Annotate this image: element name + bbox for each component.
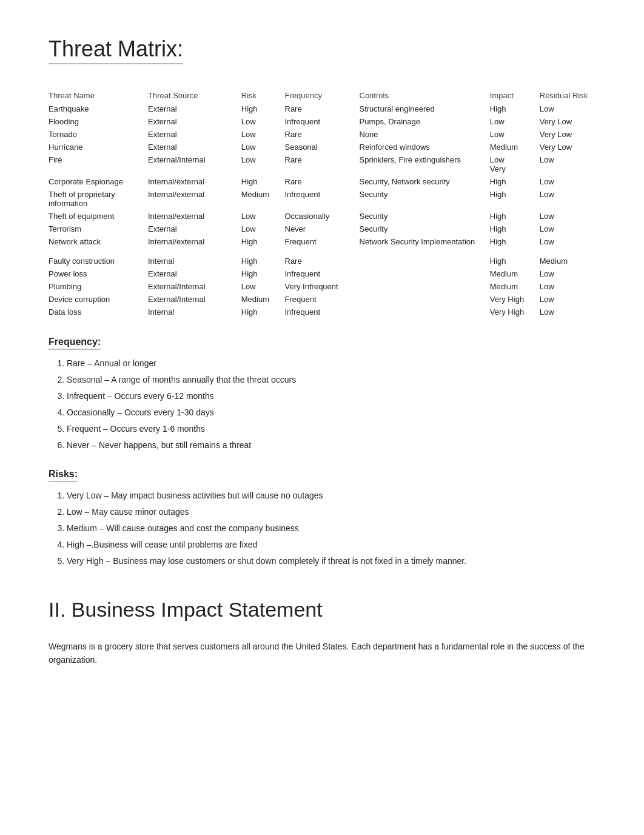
table-cell: Occasionally [285,210,360,223]
table-cell: High [241,102,285,115]
table-row: Theft of proprietary informationInternal… [49,188,595,210]
table-cell: High [241,267,285,280]
col-header-name: Threat Name [49,89,148,102]
table-cell: Power loss [49,267,148,280]
col-header-controls: Controls [360,89,490,102]
table-cell: Rare [285,175,360,188]
table-cell: Medium [490,280,540,293]
table-cell: Medium [490,141,540,153]
table-cell: Internal/external [148,188,241,210]
table-cell: Infrequent [285,267,360,280]
table-cell: Terrorism [49,223,148,235]
frequency-item: Occasionally – Occurs every 1-30 days [67,406,595,419]
col-header-residual: Residual Risk [540,89,595,102]
table-cell: Low [241,153,285,175]
threat-matrix-table: Threat Name Threat Source Risk Frequency… [49,89,595,318]
table-cell: External/Internal [148,280,241,293]
table-row: TerrorismExternalLowNeverSecurityHighLow [49,223,595,235]
table-cell: Rare [285,255,360,267]
table-cell: High [490,235,540,248]
section2-heading: II. Business Impact Statement [49,598,595,622]
table-cell: Faulty construction [49,255,148,267]
table-cell: High [490,223,540,235]
table-cell [360,267,490,280]
table-cell: Medium [490,267,540,280]
table-cell: Earthquake [49,102,148,115]
table-cell: High [241,255,285,267]
frequency-item: Rare – Annual or longer [67,357,595,370]
table-cell [360,280,490,293]
table-cell: Rare [285,128,360,141]
risks-item: High –.Business will cease until problem… [67,538,595,551]
table-row: Theft of equipmentInternal/externalLowOc… [49,210,595,223]
table-cell: External [148,267,241,280]
table-cell: Low [540,175,595,188]
frequency-item: Never – Never happens, but still remains… [67,439,595,452]
table-cell: External [148,141,241,153]
table-cell [360,306,490,318]
table-cell: Low [241,128,285,141]
table-cell: Rare [285,102,360,115]
table-cell: Low [490,128,540,141]
table-cell: Very Infrequent [285,280,360,293]
table-cell: Theft of proprietary information [49,188,148,210]
table-row: FireExternal/InternalLowRareSprinklers, … [49,153,595,175]
table-cell: Security [360,223,490,235]
table-cell: Network attack [49,235,148,248]
table-cell: External [148,102,241,115]
table-cell: External [148,128,241,141]
table-cell: Rare [285,153,360,175]
table-cell: Low Very [490,153,540,175]
table-cell: Internal/external [148,175,241,188]
table-cell: Frequent [285,235,360,248]
table-cell: Internal/external [148,235,241,248]
table-cell: High [490,255,540,267]
table-cell [360,293,490,306]
table-cell: Low [241,280,285,293]
table-row: EarthquakeExternalHighRareStructural eng… [49,102,595,115]
table-cell: High [490,175,540,188]
col-header-source: Threat Source [148,89,241,102]
table-cell: Tornado [49,128,148,141]
table-cell: Seasonal [285,141,360,153]
table-row: Faulty constructionInternalHighRareHighM… [49,255,595,267]
table-cell: Low [540,188,595,210]
table-cell: Low [540,293,595,306]
frequency-list: Rare – Annual or longerSeasonal – A rang… [67,357,595,452]
table-cell: Flooding [49,115,148,128]
table-cell: Internal [148,306,241,318]
table-cell: High [241,175,285,188]
table-cell: Low [540,102,595,115]
table-row: Network attackInternal/externalHighFrequ… [49,235,595,248]
table-cell: Very Low [540,128,595,141]
table-cell [360,255,490,267]
table-cell: Internal/external [148,210,241,223]
table-cell: Low [540,223,595,235]
table-cell: External/Internal [148,153,241,175]
table-row: Data lossInternalHighInfrequentVery High… [49,306,595,318]
table-cell: Structural engineered [360,102,490,115]
table-cell: Infrequent [285,115,360,128]
table-cell: Network Security Implementation [360,235,490,248]
table-row: Device corruptionExternal/InternalMedium… [49,293,595,306]
table-cell: Low [490,115,540,128]
table-cell: Low [540,306,595,318]
risks-list: Very Low – May impact business activitie… [67,489,595,568]
table-cell: Sprinklers, Fire extinguishers [360,153,490,175]
table-cell: Low [241,210,285,223]
table-cell: Device corruption [49,293,148,306]
table-cell: Never [285,223,360,235]
table-row: Corporate EspionageInternal/externalHigh… [49,175,595,188]
table-cell: Pumps, Drainage [360,115,490,128]
table-cell: Low [540,280,595,293]
page-title: Threat Matrix: [49,36,183,64]
risks-item: Low – May cause minor outages [67,506,595,518]
table-cell: Internal [148,255,241,267]
table-cell: Data loss [49,306,148,318]
table-cell: Medium [540,255,595,267]
table-row: FloodingExternalLowInfrequentPumps, Drai… [49,115,595,128]
table-row: PlumbingExternal/InternalLowVery Infrequ… [49,280,595,293]
table-cell: Medium [241,293,285,306]
table-cell: Very High [490,306,540,318]
section2-body: Wegmans is a grocery store that serves c… [49,640,595,667]
